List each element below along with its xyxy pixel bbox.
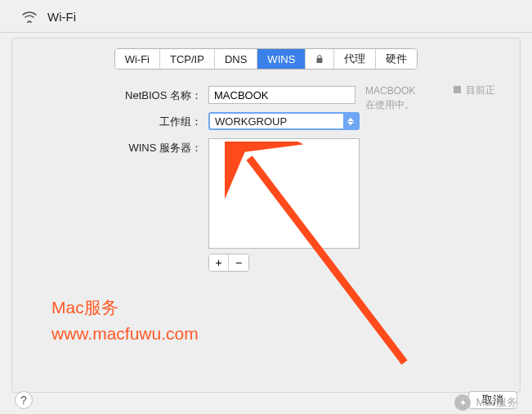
footer: ? 取消 <box>0 391 532 409</box>
current-label: 目前正 <box>466 83 495 97</box>
workgroup-label: 工作组： <box>29 112 208 129</box>
window-header: Wi-Fi <box>0 0 532 32</box>
lock-icon <box>315 54 324 64</box>
netbios-label: NetBIOS 名称： <box>29 86 208 103</box>
workgroup-combobox[interactable]: WORKGROUP <box>208 112 360 130</box>
netbios-usage-note: MACBOOK 在使用中。 <box>365 84 463 112</box>
publisher-watermark: ✦ Mac服务 <box>454 394 517 411</box>
add-button[interactable]: + <box>209 254 229 271</box>
tab-tcpip[interactable]: TCP/IP <box>160 49 215 69</box>
tab-wins[interactable]: WINS <box>257 49 306 69</box>
netbios-input[interactable] <box>208 86 355 104</box>
row-workgroup: 工作组： WORKGROUP <box>29 112 503 130</box>
add-remove-stepper: + − <box>208 254 249 272</box>
wins-servers-label: WINS 服务器： <box>29 138 208 155</box>
svg-rect-0 <box>317 58 323 63</box>
tab-proxy[interactable]: 代理 <box>334 49 376 69</box>
watermark-text: Mac服务 www.macfuwu.com <box>51 295 199 346</box>
wifi-icon <box>20 8 39 25</box>
remove-button[interactable]: − <box>229 254 248 271</box>
tab-dns[interactable]: DNS <box>215 49 257 69</box>
divider <box>0 32 532 33</box>
tab-strip: Wi-Fi TCP/IP DNS WINS 代理 硬件 <box>29 48 503 70</box>
wins-servers-list[interactable] <box>208 138 360 249</box>
workgroup-value: WORKGROUP <box>215 115 287 128</box>
tab-8021x[interactable] <box>306 49 334 69</box>
tab-wifi[interactable]: Wi-Fi <box>115 49 160 69</box>
settings-panel: Wi-Fi TCP/IP DNS WINS 代理 硬件 NetBIOS 名称： … <box>11 38 521 393</box>
row-wins-servers: WINS 服务器： + − <box>29 138 503 272</box>
combobox-stepper-icon <box>343 114 358 128</box>
help-button[interactable]: ? <box>15 391 33 409</box>
status-indicator <box>454 86 461 93</box>
tab-hardware[interactable]: 硬件 <box>376 49 417 69</box>
wechat-icon: ✦ <box>454 394 471 411</box>
window-title: Wi-Fi <box>47 10 76 24</box>
